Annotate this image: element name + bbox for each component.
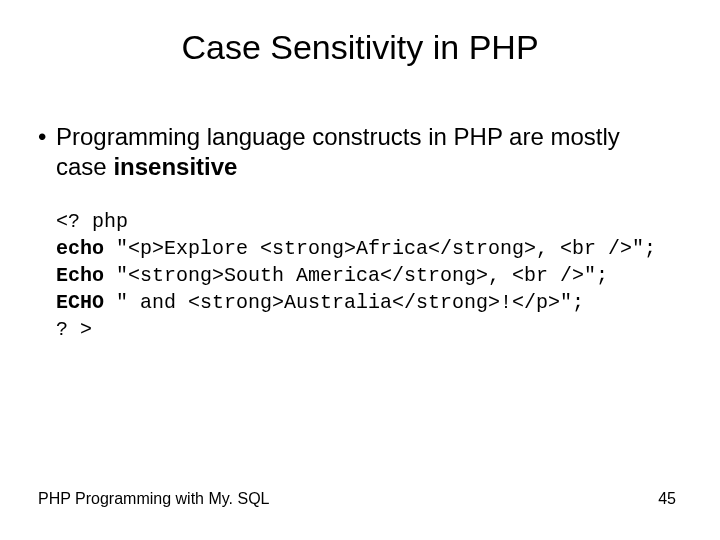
bullet-text: Programming language constructs in PHP a… (56, 122, 656, 182)
slide-title: Case Sensitivity in PHP (0, 28, 720, 67)
code-line-2-rest: "<p>Explore <strong>Africa</strong>, <br… (104, 237, 656, 260)
code-line-1: <? php (56, 210, 128, 233)
code-line-4-rest: " and <strong>Australia</strong>!</p>"; (104, 291, 584, 314)
slide: Case Sensitivity in PHP •Programming lan… (0, 0, 720, 540)
bullet-text-emph: insensitive (113, 153, 237, 180)
code-keyword-echo-2: Echo (56, 264, 104, 287)
code-line-5: ? > (56, 318, 92, 341)
code-keyword-echo-1: echo (56, 237, 104, 260)
bullet-dot: • (38, 122, 56, 152)
footer-left: PHP Programming with My. SQL (38, 490, 269, 508)
code-block: <? php echo "<p>Explore <strong>Africa</… (56, 208, 656, 343)
bullet-item: •Programming language constructs in PHP … (38, 122, 680, 182)
page-number: 45 (658, 490, 676, 508)
code-line-3-rest: "<strong>South America</strong>, <br />"… (104, 264, 608, 287)
code-keyword-echo-3: ECHO (56, 291, 104, 314)
